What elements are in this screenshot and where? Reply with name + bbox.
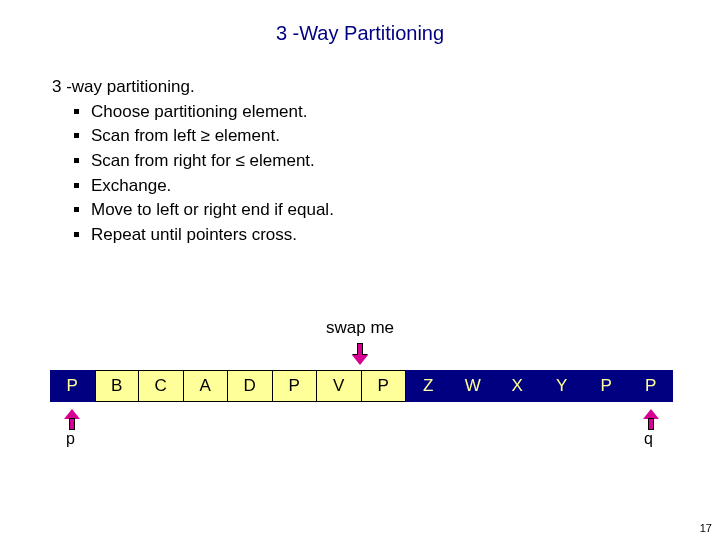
array-cell: P <box>362 370 407 402</box>
bullet-item: Choose partitioning element. <box>74 100 612 125</box>
slide-body: 3 -way partitioning. Choose partitioning… <box>52 75 612 247</box>
array-cell: P <box>629 370 674 402</box>
bullet-item: Scan from left ≥ element. <box>74 124 612 149</box>
array-cell: P <box>584 370 629 402</box>
page-number: 17 <box>700 522 712 534</box>
array-row: P B C A D P V P Z W X Y P P <box>50 370 673 402</box>
array-cell: D <box>228 370 273 402</box>
up-arrow-icon <box>65 408 79 430</box>
array-cell: P <box>273 370 318 402</box>
bullet-item: Repeat until pointers cross. <box>74 223 612 248</box>
up-arrow-icon <box>644 408 658 430</box>
array-cell: B <box>95 370 140 402</box>
pointer-p-label: p <box>66 430 75 448</box>
array-cell: Y <box>540 370 585 402</box>
array-cell: C <box>139 370 184 402</box>
slide: 3 -Way Partitioning 3 -way partitioning.… <box>0 0 720 540</box>
array-cell: X <box>495 370 540 402</box>
array-cell: P <box>50 370 95 402</box>
bullet-item: Scan from right for ≤ element. <box>74 149 612 174</box>
array-cell: V <box>317 370 362 402</box>
swap-label: swap me <box>0 318 720 338</box>
body-heading: 3 -way partitioning. <box>52 75 612 100</box>
array-cell: Z <box>406 370 451 402</box>
pointer-q-label: q <box>644 430 653 448</box>
array-cell: A <box>184 370 229 402</box>
array-cell: W <box>451 370 496 402</box>
slide-title: 3 -Way Partitioning <box>0 22 720 45</box>
bullet-item: Exchange. <box>74 174 612 199</box>
bullet-item: Move to left or right end if equal. <box>74 198 612 223</box>
down-arrow-icon <box>353 343 367 365</box>
bullet-list: Choose partitioning element. Scan from l… <box>74 100 612 248</box>
